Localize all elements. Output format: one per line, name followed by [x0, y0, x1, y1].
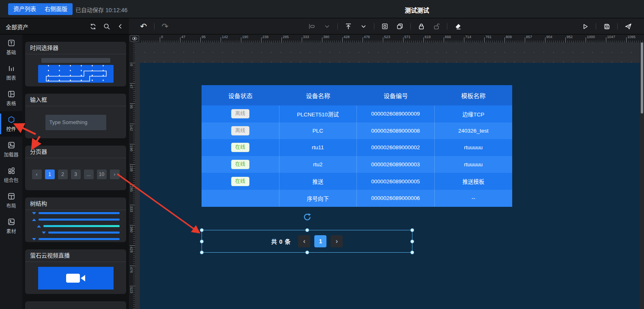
chevron-down-icon[interactable] — [359, 22, 368, 31]
divider — [410, 23, 411, 30]
video-preview — [38, 267, 114, 290]
collapse-icon[interactable] — [116, 22, 125, 31]
sidebar-item-charts[interactable]: 图表 — [0, 60, 22, 86]
page-title: 测试测试 — [405, 6, 429, 14]
package-icon — [7, 167, 15, 175]
widget-card-paginator[interactable]: 分页器 ‹ 1 2 3 ... 10 › — [25, 146, 126, 190]
topbar: 资产列表 右侧面版 已自动保存 10:12:46 测试测试 — [0, 0, 644, 18]
redo-icon[interactable]: ↷ — [161, 22, 170, 31]
canvas-workspace[interactable]: 设备状态 设备名称 设备编号 模板名称 离线 PLCNET510测试 00000… — [135, 43, 644, 309]
sidebar-item-label: 图表 — [6, 74, 16, 81]
sidebar-item-layout[interactable]: 布局 — [0, 188, 22, 213]
sidebar-item-table[interactable]: 表格 — [0, 86, 22, 111]
unlock-icon[interactable] — [432, 22, 441, 31]
preview-play-icon[interactable] — [581, 22, 590, 31]
widget-card-title: 分页器 — [25, 146, 126, 158]
component-category-rail: 基础 图表 表格 控件 加载器 组合包 布局 — [0, 34, 22, 309]
resize-handle-nw[interactable] — [200, 228, 204, 232]
ruler-corner — [129, 34, 140, 43]
editor-toolbar: ↶ ↷ — [129, 18, 644, 34]
page-10: 10 — [97, 170, 107, 179]
align-marker-icon[interactable] — [307, 22, 316, 31]
resize-handle-sw[interactable] — [200, 251, 204, 254]
design-canvas: 0479514219023828533338042847652357161966… — [129, 34, 644, 309]
chevron-down-icon[interactable] — [322, 22, 331, 31]
canvas-scrollbar[interactable] — [640, 34, 644, 309]
sidebar-item-package[interactable]: 组合包 — [0, 162, 22, 188]
table-row: 在线 推送 0000026089000005 推送模板 — [202, 173, 512, 190]
save-icon[interactable] — [602, 22, 611, 31]
sync-icon[interactable] — [88, 22, 97, 31]
sidebar-item-widgets[interactable]: 控件 — [0, 111, 22, 137]
sidebar-item-label: 布局 — [6, 202, 16, 209]
assets-panel-header: 全部资产 — [0, 18, 129, 34]
assets-panel-title: 全部资产 — [6, 23, 28, 31]
widget-card-title: 输入框 — [25, 94, 126, 106]
page-2: 2 — [58, 170, 68, 179]
page-prev: ‹ — [32, 170, 42, 179]
widget-card-ezviz-video[interactable]: 萤石云视频直播 — [25, 249, 126, 294]
pagination-component-selected[interactable]: 共 0 条 ‹ 1 › — [202, 230, 412, 253]
pagination-next-button[interactable]: › — [331, 235, 343, 247]
col-header-name: 设备名称 — [279, 85, 357, 105]
widget-card-title: 萤石云视频直播 — [25, 249, 126, 262]
lock-icon[interactable] — [417, 22, 426, 31]
send-to-top-icon[interactable] — [344, 22, 353, 31]
resize-handle-ne[interactable] — [410, 228, 414, 232]
divider — [154, 23, 155, 30]
device-table[interactable]: 设备状态 设备名称 设备编号 模板名称 离线 PLCNET510测试 00000… — [202, 85, 512, 207]
timepicker-preview — [38, 58, 114, 83]
resize-handle-w[interactable] — [200, 240, 204, 243]
page-next: › — [110, 170, 120, 179]
status-badge: 离线 — [231, 126, 249, 135]
layout-icon — [7, 192, 15, 200]
table-row: 序号向下 0000026089000006 -- — [202, 190, 512, 207]
pagination-total: 共 0 条 — [271, 237, 291, 245]
eraser-icon[interactable] — [453, 22, 462, 31]
right-panel-button[interactable]: 右侧面版 — [39, 3, 73, 15]
device-table-header: 设备状态 设备名称 设备编号 模板名称 — [202, 85, 512, 105]
sidebar-item-label: 组合包 — [4, 176, 18, 183]
pagination-current-page[interactable]: 1 — [314, 235, 326, 247]
status-badge: 在线 — [231, 160, 249, 169]
text-basic-icon — [7, 39, 15, 47]
widget-card-tree[interactable]: 树结构 — [25, 197, 126, 242]
status-badge: 在线 — [231, 143, 249, 152]
sidebar-item-basic[interactable]: 基础 — [0, 34, 22, 60]
resize-handle-se[interactable] — [410, 251, 414, 254]
dashboard-artboard[interactable]: 设备状态 设备名称 设备编号 模板名称 离线 PLCNET510测试 00000… — [140, 63, 644, 309]
video-camera-icon — [66, 274, 80, 283]
resize-handle-n[interactable] — [305, 228, 309, 232]
table-row: 在线 rtu2 0000026089000003 rtuuuuu — [202, 156, 512, 173]
input-preview[interactable] — [45, 115, 106, 130]
divider — [337, 23, 338, 30]
resize-handle-e[interactable] — [410, 240, 414, 243]
widget-card-input[interactable]: 输入框 — [25, 94, 126, 138]
status-badge: 离线 — [231, 109, 249, 118]
widget-card-partial[interactable] — [25, 301, 126, 309]
page-ellipsis: ... — [84, 170, 94, 179]
col-header-status: 设备状态 — [202, 85, 279, 105]
asset-list-button[interactable]: 资产列表 — [8, 3, 41, 15]
sidebar-item-loader[interactable]: 加载器 — [0, 137, 22, 162]
duplicate-icon[interactable] — [395, 22, 404, 31]
table-row: 在线 rtu11 0000026089000002 rtuuuuu — [202, 139, 512, 156]
divider — [447, 23, 447, 30]
col-header-code: 设备编号 — [357, 85, 435, 105]
h-ruler: 0479514219023828533338042847652357161966… — [140, 34, 644, 43]
col-header-template: 模板名称 — [435, 85, 513, 105]
widget-card-title: 树结构 — [25, 197, 126, 210]
resize-handle-s[interactable] — [305, 251, 309, 254]
group-icon[interactable] — [380, 22, 389, 31]
eye-icon[interactable] — [130, 35, 139, 42]
refresh-icon[interactable] — [303, 212, 312, 221]
undo-icon[interactable]: ↶ — [139, 22, 148, 31]
publish-icon[interactable] — [624, 22, 633, 31]
widget-card-timepicker[interactable]: 时间选择器 — [25, 42, 126, 86]
sidebar-item-label: 控件 — [6, 125, 16, 132]
table-icon — [7, 90, 15, 98]
sidebar-item-material[interactable]: 素材 — [0, 213, 22, 239]
pagination-prev-button[interactable]: ‹ — [298, 235, 310, 247]
search-icon[interactable] — [102, 22, 111, 31]
scrollbar-thumb[interactable] — [641, 36, 643, 114]
